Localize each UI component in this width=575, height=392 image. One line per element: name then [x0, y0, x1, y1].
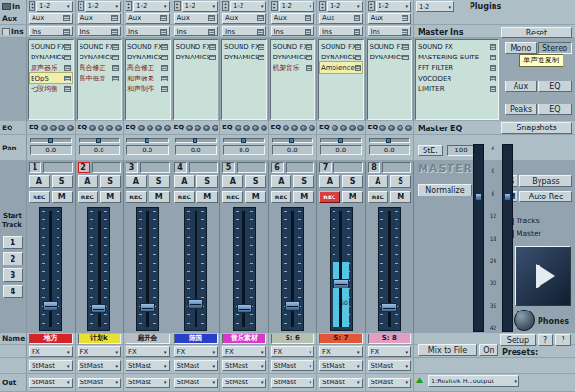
- stereo-button[interactable]: Stereo: [538, 42, 572, 54]
- master-fx-slot[interactable]: FFT FILTER: [417, 62, 497, 73]
- input-spinner[interactable]: ▴▾: [368, 1, 375, 11]
- fader-handle[interactable]: [285, 301, 300, 311]
- pan-handle[interactable]: [242, 138, 246, 143]
- help-button-b[interactable]: ?: [555, 334, 571, 346]
- record-arm-button[interactable]: REC: [271, 191, 292, 203]
- solo-button[interactable]: S: [196, 175, 218, 188]
- eq-knob[interactable]: [300, 125, 307, 131]
- pan-slider[interactable]: [320, 138, 362, 143]
- input-spinner[interactable]: ▴▾: [222, 1, 229, 11]
- fader-track[interactable]: [281, 207, 304, 331]
- eq-knob[interactable]: [50, 125, 57, 131]
- fader-handle[interactable]: [140, 303, 155, 312]
- channel-inserts-select[interactable]: Ins: [29, 26, 73, 36]
- fx-slot[interactable]: Ambience: [320, 62, 362, 73]
- pan-handle[interactable]: [386, 138, 391, 143]
- fx-slot[interactable]: 高合修正: [79, 62, 121, 73]
- channel-fx-select[interactable]: FX▾: [319, 346, 363, 357]
- channel-output-select[interactable]: StMast▾: [368, 378, 412, 388]
- fx-slot[interactable]: SOUND FX: [126, 41, 169, 52]
- mute-button[interactable]: M: [245, 191, 266, 203]
- solo-button[interactable]: S: [390, 175, 411, 188]
- channel-input-select[interactable]: 1-2▾: [279, 1, 315, 12]
- fx-slot[interactable]: SOUND FX: [272, 41, 314, 52]
- eq-knob[interactable]: [89, 125, 96, 131]
- eq-view-button[interactable]: EQ: [538, 81, 572, 92]
- channel-send-select[interactable]: StMast▾: [126, 360, 170, 371]
- fx-slot[interactable]: DYNAMICS: [175, 52, 218, 62]
- aux-routing-button[interactable]: A: [271, 175, 292, 188]
- eq-knob[interactable]: [98, 125, 104, 131]
- master-fx-slot[interactable]: VOCODER: [417, 73, 497, 83]
- fx-slot[interactable]: DYNAMICS: [30, 52, 72, 62]
- fader-handle[interactable]: [381, 303, 397, 312]
- channel-output-select[interactable]: StMast▾: [319, 378, 363, 388]
- pan-handle[interactable]: [338, 138, 343, 143]
- pan-slider[interactable]: [30, 138, 72, 143]
- track-name[interactable]: S: 6: [271, 334, 315, 344]
- fx-slot[interactable]: DYNAMICS: [369, 52, 411, 62]
- channel-number[interactable]: 2: [78, 162, 90, 173]
- input-spinner[interactable]: ▴▾: [319, 1, 326, 11]
- fader-handle[interactable]: [188, 299, 203, 309]
- solo-button[interactable]: S: [100, 175, 121, 188]
- channel-send-select[interactable]: StMast▾: [222, 360, 266, 371]
- fx-slot[interactable]: SOUND FX: [369, 41, 411, 52]
- channel-input-select[interactable]: 1-2▾: [85, 1, 122, 12]
- eq-knob[interactable]: [115, 125, 122, 131]
- meter-bar-left[interactable]: [473, 144, 484, 332]
- eq-knob[interactable]: [195, 125, 201, 131]
- channel-fx-select[interactable]: FX▾: [126, 346, 170, 357]
- fader-track[interactable]: [136, 207, 159, 331]
- play-button[interactable]: [515, 246, 571, 306]
- pan-handle[interactable]: [193, 138, 197, 143]
- input-spinner[interactable]: ▴▾: [29, 1, 35, 11]
- fx-slot[interactable]: 原声器乐: [30, 62, 72, 73]
- channel-input-select[interactable]: 1-2▾: [133, 1, 170, 12]
- channel-inserts-select[interactable]: Ins: [222, 26, 266, 36]
- eq-knob[interactable]: [138, 125, 145, 131]
- eq-knob[interactable]: [340, 125, 347, 131]
- normalize-button[interactable]: Normalize: [418, 184, 472, 196]
- eq-view-button-2[interactable]: EQ: [538, 104, 572, 115]
- input-spinner[interactable]: ▴▾: [126, 1, 132, 11]
- snapshots-button[interactable]: Snapshots: [501, 122, 572, 134]
- record-arm-button[interactable]: REC: [126, 191, 147, 203]
- channel-number[interactable]: 3: [126, 162, 138, 173]
- channel-number[interactable]: 4: [174, 162, 187, 173]
- channel-send-select[interactable]: StMast▾: [174, 360, 218, 371]
- fx-slot[interactable]: SOUND FX: [79, 41, 121, 52]
- pan-slider[interactable]: [175, 138, 218, 143]
- channel-inserts-select[interactable]: Ins: [319, 26, 363, 36]
- record-arm-button[interactable]: REC: [368, 191, 389, 203]
- fx-slot[interactable]: SOUND FX: [320, 41, 362, 52]
- mute-button[interactable]: M: [390, 191, 411, 203]
- channel-aux-select[interactable]: Aux: [78, 13, 122, 24]
- mix-to-file-button[interactable]: Mix to File: [418, 344, 477, 356]
- aux-view-button[interactable]: Aux: [505, 81, 537, 92]
- fader-handle[interactable]: [237, 304, 252, 313]
- track-name[interactable]: S: 8: [368, 334, 412, 344]
- channel-inserts-select[interactable]: Ins: [78, 26, 122, 36]
- fader-track[interactable]: [184, 207, 207, 331]
- eq-knob[interactable]: [203, 125, 210, 131]
- solo-button[interactable]: S: [149, 175, 170, 188]
- eq-knob[interactable]: [106, 125, 113, 131]
- channel-inserts-select[interactable]: Ins: [126, 26, 170, 36]
- fader-handle[interactable]: [334, 279, 349, 288]
- record-arm-button[interactable]: REC: [222, 191, 243, 203]
- fx-slot[interactable]: SOUND FX: [223, 41, 265, 52]
- record-arm-button[interactable]: REC: [78, 191, 99, 203]
- eq-knob[interactable]: [261, 125, 267, 131]
- fx-slot[interactable]: SOUND FX: [30, 41, 72, 52]
- channel-number[interactable]: 8: [368, 162, 380, 173]
- channel-output-select[interactable]: StMast▾: [126, 378, 170, 388]
- channel-send-select[interactable]: StMast▾: [29, 360, 73, 371]
- stereo-enhancer-button[interactable]: StE.: [418, 145, 443, 156]
- mono-button[interactable]: Mono: [505, 42, 537, 54]
- fader-track[interactable]: [233, 207, 256, 331]
- fader-track[interactable]: 4060: [330, 207, 353, 331]
- channel-aux-select[interactable]: Aux: [126, 13, 170, 24]
- start-track-button-4[interactable]: 4: [3, 285, 23, 298]
- fx-slot[interactable]: EQp5: [30, 73, 72, 83]
